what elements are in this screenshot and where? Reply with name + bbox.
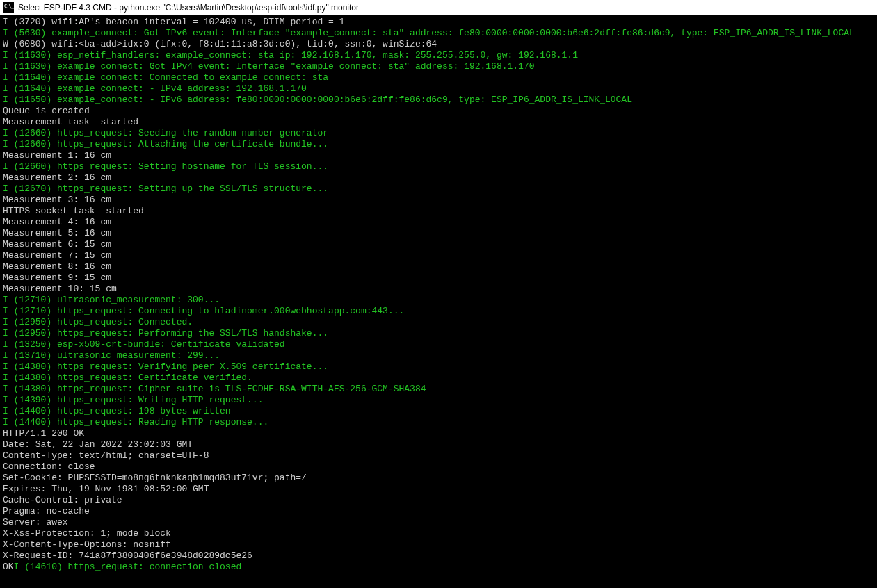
log-line: I (5630) example_connect: Got IPv6 event… bbox=[3, 28, 874, 39]
log-line: HTTPS socket task started bbox=[3, 206, 874, 217]
log-line: HTTP/1.1 200 OK bbox=[3, 428, 874, 439]
log-line: X-Request-ID: 741a87f3800406f6e3948d0289… bbox=[3, 550, 874, 562]
log-line: Measurement 2: 16 cm bbox=[3, 172, 874, 183]
terminal-output[interactable]: I (3720) wifi:AP's beacon interval = 102… bbox=[0, 15, 877, 588]
log-line: Measurement 4: 16 cm bbox=[3, 217, 874, 228]
log-line: Measurement 9: 15 cm bbox=[3, 272, 874, 284]
log-line: Queue is created bbox=[3, 106, 874, 117]
log-line: I (14380) https_request: Cipher suite is… bbox=[3, 384, 874, 395]
log-line: Cache-Control: private bbox=[3, 495, 874, 506]
log-line: Measurement 3: 16 cm bbox=[3, 195, 874, 206]
log-line: I (12710) ultrasonic_measurement: 300... bbox=[3, 295, 874, 306]
log-line: I (12710) https_request: Connecting to h… bbox=[3, 306, 874, 317]
log-line: Measurement 6: 15 cm bbox=[3, 239, 874, 250]
log-line: I (13710) ultrasonic_measurement: 299... bbox=[3, 350, 874, 361]
log-line: I (12660) https_request: Attaching the c… bbox=[3, 139, 874, 150]
connection-closed: I (14610) https_request: connection clos… bbox=[14, 562, 242, 572]
log-line: Content-Type: text/html; charset=UTF-8 bbox=[3, 450, 874, 462]
window-titlebar[interactable]: Select ESP-IDF 4.3 CMD - python.exe "C:\… bbox=[0, 0, 877, 15]
log-line: Connection: close bbox=[3, 462, 874, 473]
log-line: I (11630) example_connect: Got IPv4 even… bbox=[3, 61, 874, 72]
log-line: Server: awex bbox=[3, 517, 874, 528]
log-line: I (14400) https_request: 198 bytes writt… bbox=[3, 406, 874, 417]
log-line: Date: Sat, 22 Jan 2022 23:02:03 GMT bbox=[3, 439, 874, 450]
log-line: I (12950) https_request: Connected. bbox=[3, 317, 874, 328]
log-line: Expires: Thu, 19 Nov 1981 08:52:00 GMT bbox=[3, 484, 874, 495]
log-line: X-Xss-Protection: 1; mode=block bbox=[3, 528, 874, 539]
log-line: I (13250) esp-x509-crt-bundle: Certifica… bbox=[3, 339, 874, 350]
log-line: Measurement task started bbox=[3, 117, 874, 128]
log-line: Measurement 10: 15 cm bbox=[3, 284, 874, 295]
log-line: I (12950) https_request: Performing the … bbox=[3, 328, 874, 339]
log-line: I (11640) example_connect: - IPv4 addres… bbox=[3, 83, 874, 95]
log-line: I (14390) https_request: Writing HTTP re… bbox=[3, 395, 874, 406]
log-line: I (11640) example_connect: Connected to … bbox=[3, 72, 874, 83]
log-line: I (11650) example_connect: - IPv6 addres… bbox=[3, 95, 874, 106]
log-line: Measurement 1: 16 cm bbox=[3, 150, 874, 161]
log-line: I (12670) https_request: Setting up the … bbox=[3, 183, 874, 195]
window-title: Select ESP-IDF 4.3 CMD - python.exe "C:\… bbox=[18, 3, 359, 13]
log-line: I (14380) https_request: Verifying peer … bbox=[3, 361, 874, 373]
response-ok: OK bbox=[3, 562, 14, 572]
log-line: I (14380) https_request: Certificate ver… bbox=[3, 373, 874, 384]
log-line: W (6080) wifi:<ba-add>idx:0 (ifx:0, f8:d… bbox=[3, 39, 874, 50]
log-line: I (3720) wifi:AP's beacon interval = 102… bbox=[3, 17, 874, 28]
log-line: I (12660) https_request: Seeding the ran… bbox=[3, 128, 874, 139]
log-line: Measurement 5: 16 cm bbox=[3, 228, 874, 239]
log-line: Set-Cookie: PHPSESSID=mo8ng6tnknkaqb1mqd… bbox=[3, 473, 874, 484]
cmd-icon bbox=[3, 2, 14, 13]
log-line: I (12660) https_request: Setting hostnam… bbox=[3, 161, 874, 172]
log-line: OKI (14610) https_request: connection cl… bbox=[3, 562, 874, 573]
log-line: Measurement 7: 15 cm bbox=[3, 250, 874, 261]
log-line: X-Content-Type-Options: nosniff bbox=[3, 539, 874, 550]
log-line: I (14400) https_request: Reading HTTP re… bbox=[3, 417, 874, 428]
log-line: Pragma: no-cache bbox=[3, 506, 874, 517]
log-line: Measurement 8: 16 cm bbox=[3, 261, 874, 272]
log-line: I (11630) esp_netif_handlers: example_co… bbox=[3, 50, 874, 61]
